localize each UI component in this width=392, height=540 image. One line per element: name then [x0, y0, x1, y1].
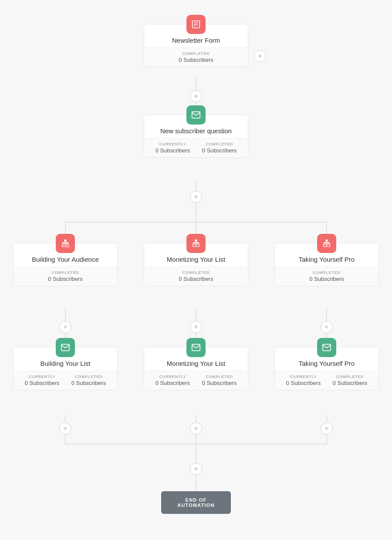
newsletter-form-icon-badge — [186, 15, 206, 34]
plus-below-monetizing-1[interactable]: + — [190, 321, 202, 333]
monetizing-list-1-stat-completed: COMPLETED 0 Subscribers — [179, 270, 213, 282]
building-list-stat-completed: COMPLETED 0 Subscribers — [71, 375, 106, 386]
monetizing-list-1-icon-badge — [186, 234, 206, 253]
monetizing-list-2-stat-currently: CURRENTLY 0 Subscribers — [155, 375, 190, 386]
newsletter-form-stat-value: 0 Subscribers — [179, 57, 213, 63]
building-audience-stats: COMPLETED 0 Subscribers — [14, 267, 117, 286]
taking-pro-1-stat-completed: COMPLETED 0 Subscribers — [309, 270, 344, 282]
plus-below-monetizing-2[interactable]: + — [190, 422, 202, 435]
monetizing-list-2-stats: CURRENTLY 0 Subscribers COMPLETED 0 Subs… — [144, 371, 248, 390]
building-your-list-card: Building Your List CURRENTLY 0 Subscribe… — [13, 347, 118, 390]
taking-pro-2-icon-badge — [317, 338, 336, 357]
new-subscriber-icon-badge — [186, 105, 206, 125]
monetizing-your-list-2-card: Monetizing Your List CURRENTLY 0 Subscri… — [144, 347, 248, 390]
taking-yourself-pro-1-card: Taking Yourself Pro COMPLETED 0 Subscrib… — [274, 243, 379, 286]
plus-newsletter-side[interactable]: + — [254, 50, 266, 62]
plus-below-newsletter[interactable]: + — [190, 90, 202, 102]
newsletter-form-stats: COMPLETED 0 Subscribers — [144, 47, 248, 67]
taking-pro-2-stats: CURRENTLY 0 Subscribers COMPLETED 0 Subs… — [275, 371, 378, 390]
new-subscriber-stat-completed: COMPLETED 0 Subscribers — [202, 142, 237, 154]
new-subscriber-stat-currently: CURRENTLY 0 Subscribers — [155, 142, 190, 154]
monetizing-list-2-icon-badge — [186, 338, 206, 357]
plus-below-taking-pro-1[interactable]: + — [321, 321, 333, 333]
new-subscriber-question-card: New subscriber question CURRENTLY 0 Subs… — [144, 115, 248, 158]
plus-before-end[interactable]: + — [190, 463, 202, 475]
building-audience-icon-badge — [56, 234, 75, 253]
new-subscriber-stats: CURRENTLY 0 Subscribers COMPLETED 0 Subs… — [144, 138, 248, 157]
plus-below-taking-pro-2[interactable]: + — [321, 422, 333, 435]
taking-pro-2-stat-completed: COMPLETED 0 Subscribers — [333, 375, 367, 386]
building-audience-stat-completed: COMPLETED 0 Subscribers — [48, 270, 82, 282]
taking-pro-1-icon-badge — [317, 234, 336, 253]
plus-below-building-audience[interactable]: + — [59, 321, 71, 333]
building-your-audience-card: Building Your Audience COMPLETED 0 Subsc… — [13, 243, 118, 286]
newsletter-form-stat-label: COMPLETED — [179, 51, 213, 56]
plus-below-building-list[interactable]: + — [59, 422, 71, 435]
building-list-stats: CURRENTLY 0 Subscribers COMPLETED 0 Subs… — [14, 371, 117, 390]
monetizing-list-2-stat-completed: COMPLETED 0 Subscribers — [202, 375, 237, 386]
newsletter-form-card: Newsletter Form COMPLETED 0 Subscribers — [144, 24, 248, 67]
taking-yourself-pro-2-card: Taking Yourself Pro CURRENTLY 0 Subscrib… — [274, 347, 379, 390]
end-of-automation-label: END OF AUTOMATION — [177, 497, 215, 508]
monetizing-list-1-stats: COMPLETED 0 Subscribers — [144, 267, 248, 286]
newsletter-form-stat-completed: COMPLETED 0 Subscribers — [179, 51, 213, 63]
plus-below-subscriber-question[interactable]: + — [190, 191, 202, 203]
building-list-stat-currently: CURRENTLY 0 Subscribers — [25, 375, 59, 386]
taking-pro-2-stat-currently: CURRENTLY 0 Subscribers — [286, 375, 321, 386]
building-list-icon-badge — [56, 338, 75, 357]
monetizing-your-list-1-card: Monetizing Your List COMPLETED 0 Subscri… — [144, 243, 248, 286]
taking-pro-1-stats: COMPLETED 0 Subscribers — [275, 267, 378, 286]
end-of-automation: END OF AUTOMATION — [161, 491, 231, 514]
